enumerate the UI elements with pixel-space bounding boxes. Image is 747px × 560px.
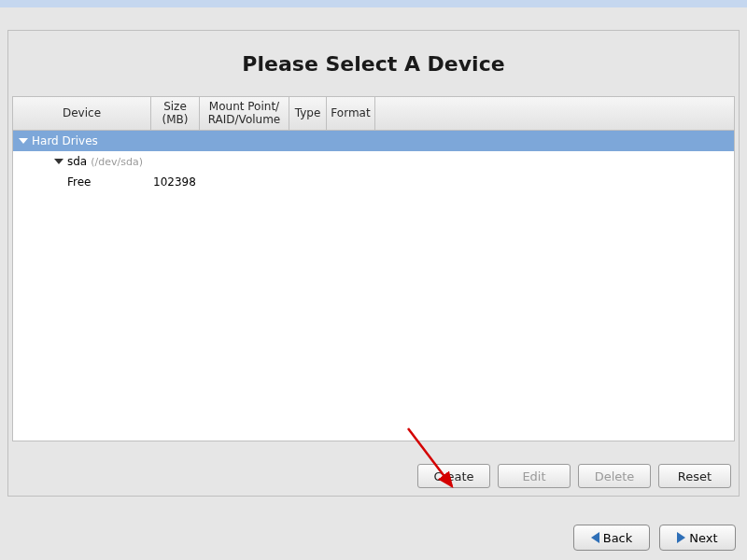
back-label: Back <box>603 531 633 545</box>
col-type[interactable]: Type <box>289 97 327 130</box>
delete-button: Delete <box>578 464 651 488</box>
col-mount[interactable]: Mount Point/ RAID/Volume <box>200 97 289 130</box>
table-header-row: Device Size (MB) Mount Point/ RAID/Volum… <box>13 97 734 131</box>
wizard-nav-row: Back Next <box>573 525 736 551</box>
tree-group-hard-drives[interactable]: Hard Drives <box>13 131 734 151</box>
next-button[interactable]: Next <box>659 525 736 551</box>
tree-partition-free[interactable]: Free 102398 <box>13 172 734 192</box>
page-title: Please Select A Device <box>242 52 504 76</box>
create-button[interactable]: Create <box>417 464 490 488</box>
partition-label: Free <box>67 175 91 189</box>
tree-body[interactable]: Hard Drives sda (/dev/sda) Free 102398 <box>13 131 734 441</box>
col-spacer <box>375 97 734 130</box>
device-table: Device Size (MB) Mount Point/ RAID/Volum… <box>12 96 735 441</box>
arrow-left-icon <box>591 532 599 543</box>
window-titlebar-fragment <box>0 0 747 7</box>
title-area: Please Select A Device <box>8 31 739 96</box>
disclosure-triangle-icon[interactable] <box>19 138 28 144</box>
partition-size: 102398 <box>151 175 200 189</box>
edit-button: Edit <box>498 464 571 488</box>
col-device[interactable]: Device <box>13 97 151 130</box>
group-label: Hard Drives <box>32 134 98 147</box>
disclosure-triangle-icon[interactable] <box>54 159 63 164</box>
action-button-row: Create Edit Delete Reset <box>417 464 731 488</box>
col-size[interactable]: Size (MB) <box>151 97 200 130</box>
back-button[interactable]: Back <box>573 525 650 551</box>
top-spacer <box>0 7 747 30</box>
tree-disk-sda[interactable]: sda (/dev/sda) <box>13 151 734 172</box>
arrow-right-icon <box>677 532 685 543</box>
next-label: Next <box>689 531 717 545</box>
main-panel: Please Select A Device Device Size (MB) … <box>7 30 740 497</box>
disk-path: (/dev/sda) <box>91 156 143 168</box>
col-format[interactable]: Format <box>327 97 375 130</box>
disk-name: sda <box>67 155 87 168</box>
reset-button[interactable]: Reset <box>658 464 731 488</box>
